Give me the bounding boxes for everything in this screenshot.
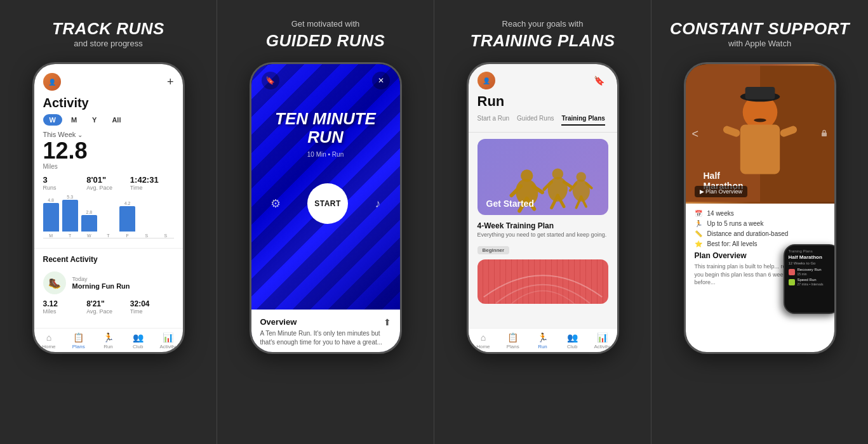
bar-chart: 4.8 M 5.3 T 2.8 W [43, 197, 174, 238]
nav-activity-label: Activity [159, 344, 175, 349]
tab-month[interactable]: M [65, 114, 83, 126]
p3-activity-icon: 📊 [597, 332, 608, 343]
detail-distance-text: Distance and duration-based [707, 230, 789, 237]
bookmark-icon[interactable]: 🔖 [262, 72, 279, 89]
phone-screen-4: < Half Marathon ▶ Plan Overview 📅 [686, 64, 834, 352]
panel-2-header: Get motivated with GUIDED RUNS [266, 19, 385, 51]
p3-plans-icon: 📋 [507, 332, 518, 343]
svg-rect-22 [740, 124, 779, 174]
activity-date: Today [72, 276, 174, 282]
overview-row: Overview ⬆ A Ten Minute Run. It's only t… [251, 310, 400, 352]
p3-nav-run[interactable]: 🏃 Run [528, 332, 558, 349]
run-header: 👤 🔖 [469, 64, 617, 93]
plan-overview-button[interactable]: ▶ Plan Overview [695, 186, 748, 197]
activity-info: Today Morning Fun Run [72, 276, 174, 290]
share-icon[interactable]: ⬆ [384, 317, 391, 327]
runs-value: 3 [43, 175, 87, 185]
p3-nav-activity-label: Activity [594, 344, 610, 349]
week-tabs: W M Y All [34, 114, 183, 131]
star-icon: ⭐ [695, 240, 702, 247]
phone-mockup-2: 🔖 ✕ TEN MINUTE RUN 10 Min • Run ⚙ START … [250, 62, 402, 354]
panel-1-header: TRACK RUNS and store progress [52, 19, 164, 51]
tab-week[interactable]: W [43, 114, 62, 126]
p3-nav-club-label: Club [567, 344, 577, 349]
panel-3-header: Reach your goals with TRAINING PLANS [471, 19, 615, 51]
activity-stats-row: 3.12 Miles 8'21" Avg. Pace 32:04 Time [34, 298, 183, 320]
recovery-run-info: Recovery Run 15 min [798, 268, 822, 276]
p3-nav-activity[interactable]: 📊 Activity [587, 332, 617, 349]
video-nav-left-icon[interactable]: < [692, 127, 699, 141]
time-value: 1:42:31 [130, 175, 174, 185]
activity-item: 🥾 Today Morning Fun Run [34, 268, 183, 298]
details-section: 📅 14 weeks 🏃 Up to 5 runs a week 📏 Dista… [686, 204, 834, 352]
nav-run[interactable]: 🏃 Run [93, 332, 123, 349]
p3-nav-home[interactable]: ⌂ Home [469, 332, 498, 349]
panel-2-title: GUIDED RUNS [266, 31, 385, 51]
overview-section: Overview ⬆ A Ten Minute Run. It's only t… [251, 310, 400, 352]
p3-home-icon: ⌂ [481, 332, 486, 343]
act-miles-value: 3.12 [43, 299, 87, 308]
watch-run-2: Speed Run 27 mins • Intervals [789, 278, 834, 286]
speed-run-info: Speed Run 27 mins • Intervals [798, 278, 824, 286]
nav-plans[interactable]: 📋 Plans [63, 332, 93, 349]
bar-thursday: T [100, 231, 116, 238]
run-page-title: Run [469, 93, 617, 115]
watch-subtitle: 12 Weeks to Go [789, 261, 834, 265]
p3-nav-plans[interactable]: 📋 Plans [498, 332, 528, 349]
nav-club[interactable]: 👥 Club [123, 332, 153, 349]
watch-app-name: Training Plans [789, 249, 834, 253]
watch-screen: Training Plans Half Marathon 12 Weeks to… [785, 245, 834, 313]
tab-training-plans[interactable]: Training Plans [561, 115, 604, 126]
tab-year[interactable]: Y [86, 114, 103, 126]
svg-rect-24 [745, 87, 775, 100]
panel-3-title: TRAINING PLANS [471, 31, 615, 51]
training-card-red[interactable] [477, 259, 608, 304]
p3-nav-run-label: Run [538, 344, 547, 349]
music-icon[interactable]: ♪ [375, 197, 381, 211]
tab-all[interactable]: All [105, 114, 127, 126]
p3-nav-plans-label: Plans [507, 344, 519, 349]
panel-4-title: CONSTANT SUPPORT [670, 19, 850, 39]
speed-run-dot [789, 279, 795, 285]
pace-value: 8'01" [86, 175, 130, 185]
add-icon[interactable]: + [167, 75, 174, 89]
panel-training-plans: Reach your goals with TRAINING PLANS 👤 🔖… [434, 0, 651, 444]
phone-screen-1: 👤 + Activity W M Y All This Week 12.8 Mi… [34, 64, 183, 352]
run-detail-icon: 🏃 [695, 220, 702, 227]
nav-home-label: Home [42, 344, 55, 349]
act-stat-pace: 8'21" Avg. Pace [86, 299, 130, 315]
activity-name: Morning Fun Run [72, 282, 174, 290]
phone-mockup-3: 👤 🔖 Run Start a Run Guided Runs Training… [467, 62, 619, 354]
run-subtitle: 10 Min • Run [251, 151, 400, 177]
settings-icon[interactable]: ⚙ [270, 197, 281, 211]
panels-container: TRACK RUNS and store progress 👤 + Activi… [0, 0, 868, 444]
stat-pace: 8'01" Avg. Pace [86, 175, 130, 191]
act-miles-label: Miles [43, 308, 87, 315]
tab-start-run[interactable]: Start a Run [477, 115, 510, 126]
training-card-get-started[interactable]: Get Started [477, 139, 608, 215]
tab-guided-runs[interactable]: Guided Runs [517, 115, 554, 126]
calendar-icon: 📅 [695, 210, 702, 217]
nav-home[interactable]: ⌂ Home [34, 332, 64, 349]
video-nav-right-icon[interactable] [820, 129, 828, 139]
watch-title: Half Marathon [789, 254, 834, 260]
panel-constant-support: CONSTANT SUPPORT with Apple Watch [651, 0, 868, 444]
watch-run-1: Recovery Run 15 min [789, 268, 834, 276]
start-button[interactable]: START [307, 183, 348, 224]
stat-time: 1:42:31 Time [130, 175, 174, 191]
nav-activity[interactable]: 📊 Activity [153, 332, 183, 349]
panel-4-subtitle: with Apple Watch [670, 39, 850, 48]
bottom-nav-3: ⌂ Home 📋 Plans 🏃 Run 👥 Club [469, 328, 617, 352]
run-bookmark-icon[interactable]: 🔖 [591, 72, 608, 89]
screen1-top-bar: 👤 + [34, 64, 183, 96]
detail-runs: 🏃 Up to 5 runs a week [695, 220, 825, 227]
activity-icon-nav: 📊 [163, 332, 173, 343]
pace-label: Avg. Pace [86, 185, 130, 191]
panel-1-subtitle: and store progress [52, 39, 164, 48]
nav-club-label: Club [133, 344, 143, 349]
detail-weeks: 📅 14 weeks [695, 210, 825, 217]
p3-nav-club[interactable]: 👥 Club [558, 332, 587, 349]
stat-runs: 3 Runs [43, 175, 87, 191]
act-pace-value: 8'21" [86, 299, 130, 308]
close-icon[interactable]: ✕ [372, 72, 390, 89]
